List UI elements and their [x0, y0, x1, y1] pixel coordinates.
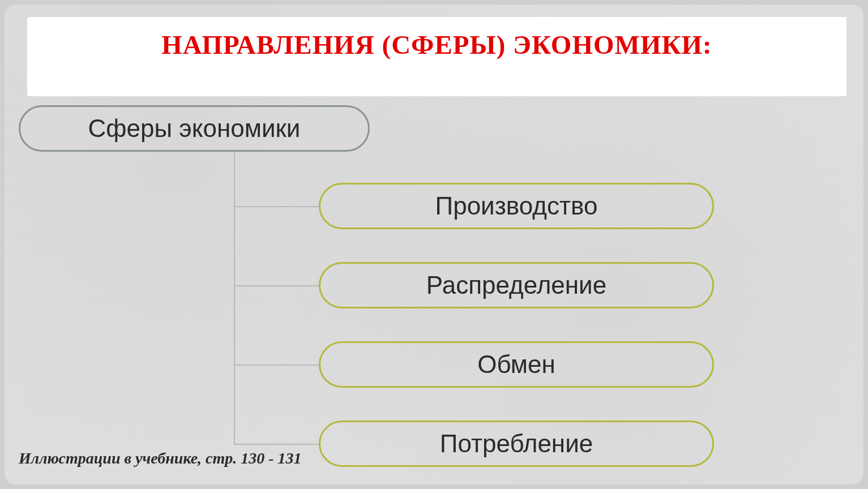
- diagram-root-label: Сферы экономики: [88, 114, 301, 143]
- footnote: Иллюстрации в учебнике, стр. 130 - 131: [19, 449, 302, 467]
- slide-title: НАПРАВЛЕНИЯ (СФЕРЫ) ЭКОНОМИКИ:: [27, 17, 846, 60]
- diagram-child-box-4: Потребление: [319, 421, 714, 467]
- diagram-child-box-2: Распределение: [319, 262, 714, 308]
- connector-trunk: [234, 152, 235, 444]
- slide-frame: НАПРАВЛЕНИЯ (СФЕРЫ) ЭКОНОМИКИ: Сферы эко…: [5, 5, 863, 484]
- diagram-child-box-1: Производство: [319, 183, 714, 229]
- connector-branch-2: [234, 285, 319, 286]
- diagram-child-label-4: Потребление: [440, 430, 593, 458]
- diagram-root-box: Сферы экономики: [19, 105, 370, 152]
- connector-branch-4: [234, 444, 319, 445]
- diagram-child-box-3: Обмен: [319, 341, 714, 388]
- connector-branch-1: [234, 206, 319, 207]
- diagram-child-label-2: Распределение: [426, 271, 606, 299]
- diagram-child-label-3: Обмен: [477, 350, 555, 379]
- title-bar: НАПРАВЛЕНИЯ (СФЕРЫ) ЭКОНОМИКИ:: [27, 17, 846, 96]
- connector-branch-3: [234, 364, 319, 366]
- diagram-child-label-1: Производство: [435, 192, 598, 220]
